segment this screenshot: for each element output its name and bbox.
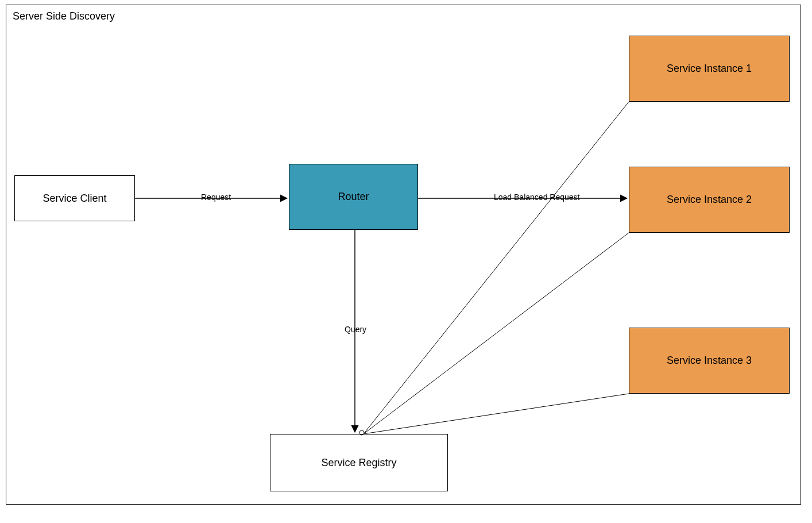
node-router-label: Router xyxy=(338,191,369,203)
edge-label-request: Request xyxy=(201,193,231,202)
node-service-instance-1: Service Instance 1 xyxy=(629,36,790,102)
node-router: Router xyxy=(289,164,418,230)
edge-label-query: Query xyxy=(345,325,366,334)
diagram-container: Server Side Discovery Service Client Rou… xyxy=(0,0,812,523)
node-service-instance-3-label: Service Instance 3 xyxy=(667,355,752,367)
edge-label-load-balanced: Load Balanced Request xyxy=(494,193,579,202)
node-service-instance-1-label: Service Instance 1 xyxy=(667,63,752,75)
node-service-registry: Service Registry xyxy=(270,434,448,491)
node-service-instance-3: Service Instance 3 xyxy=(629,328,790,394)
node-service-instance-2-label: Service Instance 2 xyxy=(667,194,752,206)
node-service-client-label: Service Client xyxy=(42,193,106,205)
node-service-registry-label: Service Registry xyxy=(321,457,396,469)
node-service-client: Service Client xyxy=(14,175,135,221)
node-service-instance-2: Service Instance 2 xyxy=(629,167,790,233)
diagram-title: Server Side Discovery xyxy=(13,10,115,22)
